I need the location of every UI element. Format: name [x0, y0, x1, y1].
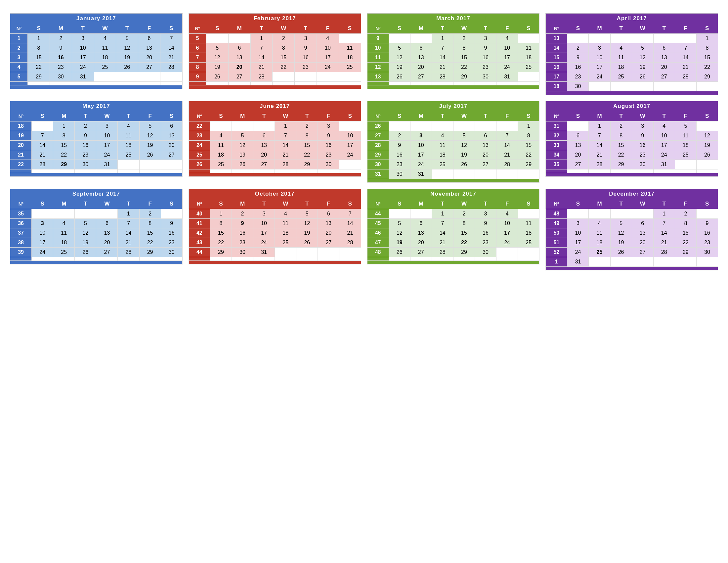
month-table: December 2017NºSMTWTFS481249345678950101…: [545, 189, 718, 270]
day-cell: 7: [118, 219, 139, 228]
footer-cell: [10, 85, 183, 89]
week-row: 819202122232425: [189, 63, 361, 72]
day-cell: 24: [496, 63, 518, 72]
day-cell: 14: [589, 141, 610, 150]
day-cell: 20: [161, 141, 182, 150]
week-row: 18123456: [10, 121, 183, 131]
week-number: 2: [10, 43, 28, 53]
day-cell: 9: [567, 53, 589, 63]
week-row: 2228293031: [10, 160, 183, 169]
day-cell: 18: [589, 238, 610, 247]
day-cell: 28: [160, 63, 182, 72]
day-cell: [72, 82, 94, 85]
footer-cell: [546, 91, 718, 95]
day-cell: [567, 34, 589, 43]
day-header: T: [475, 23, 496, 34]
day-cell: 26: [696, 150, 718, 160]
day-header: S: [518, 23, 539, 34]
day-cell: 29: [610, 160, 632, 169]
day-cell: [632, 82, 653, 91]
day-header: T: [118, 199, 139, 209]
day-header: S: [32, 111, 53, 121]
day-cell: 18: [675, 141, 696, 150]
day-cell: 30: [632, 160, 653, 169]
day-cell: 25: [275, 238, 296, 247]
day-cell: 28: [339, 238, 361, 247]
day-header: F: [138, 23, 160, 34]
week-row: 326789101112: [546, 131, 718, 141]
day-cell: 27: [410, 72, 432, 82]
day-cell: [675, 34, 696, 43]
day-header: T: [253, 199, 275, 209]
day-cell: 23: [475, 63, 496, 72]
week-number: 25: [189, 150, 210, 160]
day-cell: 11: [432, 141, 453, 150]
week-row: 1978910111213: [10, 131, 183, 141]
week-row: 1616171819202122: [546, 63, 718, 72]
month-december-2017: December 2017NºSMTWTFS481249345678950101…: [545, 189, 718, 270]
week-number: 7: [189, 53, 206, 63]
week-row: [189, 82, 361, 85]
day-header: T: [116, 23, 138, 34]
day-cell: 26: [139, 150, 161, 160]
day-cell: [296, 247, 318, 257]
day-cell: 13: [228, 53, 250, 63]
day-cell: 22: [139, 238, 161, 247]
day-cell: 26: [632, 72, 653, 82]
day-cell: 19: [206, 63, 228, 72]
day-cell: 4: [94, 34, 116, 43]
day-cell: 25: [118, 150, 139, 160]
day-cell: 27: [475, 160, 496, 169]
day-cell: [589, 257, 610, 267]
day-cell: [475, 257, 496, 261]
day-cell: 6: [318, 209, 339, 219]
day-cell: 29: [453, 72, 475, 82]
day-cell: 17: [96, 141, 118, 150]
week-number: 4: [10, 63, 28, 72]
day-cell: 13: [318, 219, 339, 228]
day-cell: 14: [160, 43, 182, 53]
footer-row: [546, 267, 718, 270]
day-cell: [161, 209, 182, 219]
day-cell: 27: [138, 63, 160, 72]
day-cell: 14: [118, 228, 139, 238]
day-cell: [675, 257, 696, 267]
day-cell: 21: [653, 238, 675, 247]
day-cell: 29: [210, 247, 232, 257]
day-cell: 9: [50, 43, 72, 53]
footer-cell: [367, 261, 539, 264]
day-cell: [296, 169, 318, 173]
day-cell: 8: [610, 131, 632, 141]
day-cell: [653, 34, 675, 43]
day-cell: 21: [160, 53, 182, 63]
day-cell: 11: [610, 53, 632, 63]
week-number: 45: [367, 219, 389, 228]
week-row: 22123: [189, 121, 361, 131]
week-number: 35: [546, 160, 567, 169]
month-february-2017: February 2017NºSMTWTFS512346567891011712…: [189, 13, 361, 95]
day-cell: [389, 34, 410, 43]
week-row: 3817181920212223: [10, 238, 183, 247]
day-header: Nº: [10, 111, 32, 121]
day-cell: 17: [317, 53, 339, 63]
week-row: 3924252627282930: [10, 247, 183, 257]
week-row: 2345678910: [189, 131, 361, 141]
day-cell: [410, 209, 432, 219]
day-cell: 23: [50, 63, 72, 72]
week-number: 16: [546, 63, 567, 72]
week-number: 13: [546, 34, 567, 43]
day-cell: [696, 121, 718, 131]
day-cell: 14: [432, 228, 453, 238]
week-number: 42: [189, 228, 210, 238]
day-cell: [118, 160, 139, 169]
week-number: 49: [546, 219, 567, 228]
day-cell: 30: [475, 247, 496, 257]
day-cell: [610, 169, 632, 173]
day-cell: 12: [453, 141, 475, 150]
day-cell: 15: [675, 228, 696, 238]
day-header: S: [161, 199, 182, 209]
day-cell: 10: [317, 43, 339, 53]
day-cell: [410, 82, 432, 85]
month-august-2017: August 2017NºSMTWTFS31123453267891011123…: [545, 101, 718, 183]
day-cell: [432, 257, 453, 261]
